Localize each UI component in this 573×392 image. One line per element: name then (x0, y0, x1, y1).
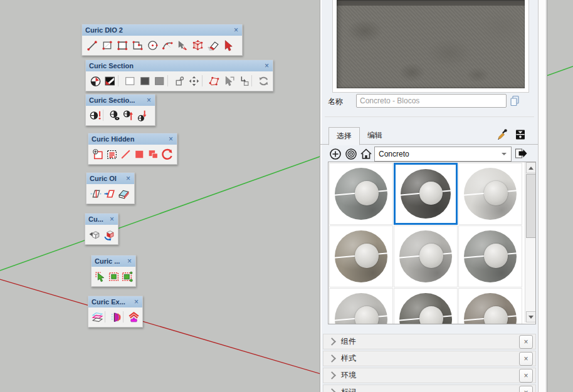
section-sphere-icon[interactable] (88, 73, 103, 88)
hidden-list-icon[interactable] (105, 147, 118, 162)
toolbar-curic-section[interactable]: Curic Section × (85, 59, 273, 91)
scroll-up-icon[interactable] (526, 162, 536, 173)
scroll-down-icon[interactable] (526, 311, 536, 322)
dio-rectangle-points-icon[interactable] (115, 38, 130, 53)
toolbar-titlebar[interactable]: Curic OI × (87, 173, 134, 184)
close-icon[interactable]: × (168, 135, 174, 143)
close-icon[interactable]: × (146, 96, 152, 104)
section-components[interactable]: 组件 × (323, 334, 536, 349)
toolbar-curic-oi[interactable]: Curic OI × (86, 172, 135, 204)
dio-polyline-icon[interactable] (130, 38, 145, 53)
material-texture-preview[interactable] (337, 0, 525, 88)
section-move-icon[interactable] (187, 73, 201, 88)
hidden-add-icon[interactable] (91, 147, 105, 162)
section-up-icon[interactable] (122, 108, 135, 123)
hidden-faces-icon[interactable] (146, 147, 160, 162)
toolbar-curic-short[interactable]: Cu... × (85, 213, 118, 245)
toolbar-titlebar[interactable]: Curic ... × (92, 255, 135, 267)
toolbar-curic-hidden[interactable]: Curic Hidden × (88, 133, 177, 165)
close-icon[interactable]: × (109, 215, 115, 223)
section-plane-icon[interactable] (207, 73, 221, 88)
ex-revolve-icon[interactable] (109, 309, 122, 324)
oi-section2-icon[interactable] (103, 186, 117, 201)
ex-roof-icon[interactable] (127, 309, 140, 324)
eyedropper-icon[interactable] (496, 128, 511, 143)
section-down-icon[interactable] (135, 108, 149, 123)
tab-edit[interactable]: 编辑 (360, 128, 390, 143)
dio-pick-icon[interactable] (175, 38, 190, 53)
chevron-right-icon[interactable] (328, 371, 336, 379)
toolbar-curic-extrude[interactable]: Curic Ex... × (88, 296, 143, 328)
copy-icon[interactable] (506, 93, 523, 109)
toolbar-curic-section2[interactable]: Curic Sectio... × (85, 94, 155, 126)
close-icon[interactable]: × (519, 335, 533, 349)
close-icon[interactable]: × (264, 62, 270, 70)
material-name-input[interactable] (356, 94, 507, 108)
close-icon[interactable]: × (125, 175, 131, 182)
dio-box-icon[interactable] (190, 38, 205, 53)
fill-dark-gray-icon[interactable] (138, 73, 152, 88)
oi-section1-icon[interactable] (89, 186, 103, 201)
create-material-icon[interactable] (329, 147, 342, 161)
fill-white-icon[interactable] (123, 73, 137, 88)
tray-edge-gutter[interactable] (538, 0, 547, 392)
material-swatch[interactable] (394, 225, 458, 287)
ex-flatten-icon[interactable] (91, 309, 104, 324)
in-model-home-icon[interactable] (359, 147, 373, 161)
dio-arc-icon[interactable] (160, 38, 175, 53)
toolbar-titlebar[interactable]: Curic Ex... × (88, 296, 142, 307)
section-styles[interactable]: 样式 × (323, 351, 536, 366)
close-icon[interactable]: × (519, 352, 533, 366)
close-icon[interactable]: × (233, 26, 239, 34)
material-swatch[interactable] (458, 288, 522, 324)
chevron-right-icon[interactable] (328, 388, 336, 392)
close-icon[interactable]: × (519, 386, 533, 392)
tab-select[interactable]: 选择 (329, 127, 360, 145)
section-place-icon[interactable] (236, 73, 251, 88)
dio-rectangle-icon[interactable] (100, 38, 115, 53)
section-tags[interactable]: 标记 × (323, 384, 536, 392)
fill-gray-icon[interactable] (152, 73, 167, 88)
cs-select-icon[interactable] (94, 269, 107, 284)
section-select-icon[interactable] (221, 73, 236, 88)
hidden-edge-icon[interactable] (118, 147, 132, 162)
close-icon[interactable]: × (519, 369, 533, 383)
dio-line-icon[interactable] (85, 38, 100, 53)
section-eye-icon[interactable] (108, 108, 122, 123)
swatch-scrollbar[interactable] (525, 162, 535, 322)
cu-back-box-icon[interactable] (88, 227, 102, 242)
section-hatch-icon[interactable] (103, 73, 117, 88)
toolbar-titlebar[interactable]: Curic Hidden × (88, 133, 177, 145)
section-toggle-icon[interactable] (88, 108, 102, 123)
toolbar-curic-dio2[interactable]: Curic DIO 2 × (81, 24, 243, 56)
material-swatch[interactable] (329, 225, 393, 287)
dio-select-icon[interactable] (220, 38, 235, 53)
chevron-right-icon[interactable] (328, 354, 336, 363)
toolbar-titlebar[interactable]: Curic Section × (86, 60, 273, 71)
material-swatch[interactable] (458, 163, 522, 225)
material-swatch-selected[interactable] (394, 163, 458, 225)
toolbar-curic-select[interactable]: Curic ... × (91, 255, 136, 287)
collections-icon[interactable] (344, 147, 358, 161)
hidden-face-icon[interactable] (132, 147, 146, 162)
section-environment[interactable]: 环境 × (323, 368, 536, 383)
oi-wedge-icon[interactable] (117, 186, 130, 201)
section-clip-icon[interactable] (172, 73, 187, 88)
cs-box-icon[interactable] (107, 269, 120, 284)
dio-eraser-icon[interactable] (205, 38, 220, 53)
close-icon[interactable]: × (127, 257, 132, 265)
toolbar-titlebar[interactable]: Curic Sectio... × (86, 95, 155, 106)
material-swatch[interactable] (329, 288, 393, 324)
scrollbar-thumb[interactable] (526, 174, 536, 238)
close-icon[interactable]: × (134, 298, 139, 306)
collection-dropdown[interactable]: Concreto (374, 147, 512, 162)
dio-circle-icon[interactable] (145, 38, 160, 53)
material-swatch[interactable] (458, 225, 522, 287)
cs-box-points-icon[interactable] (120, 269, 134, 284)
hidden-undo-icon[interactable] (160, 147, 174, 162)
chevron-right-icon[interactable] (328, 338, 336, 346)
section-refresh-icon[interactable] (256, 73, 271, 88)
toolbar-titlebar[interactable]: Curic DIO 2 × (82, 24, 242, 36)
secondary-pane-icon[interactable] (513, 128, 528, 143)
material-swatch[interactable] (329, 163, 393, 225)
